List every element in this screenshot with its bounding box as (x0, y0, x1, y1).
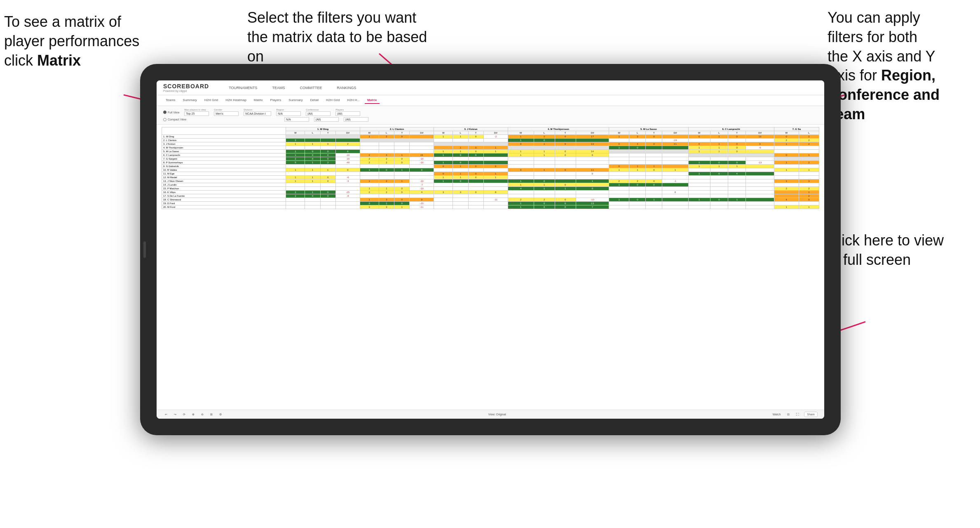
settings-btn[interactable]: ⚙ (218, 412, 223, 417)
cell-w: 1 (688, 150, 710, 153)
cell-w (434, 157, 453, 161)
watch-btn[interactable]: Watch (771, 412, 783, 417)
tab-h2h-grid2[interactable]: H2H Grid (324, 97, 342, 104)
minus-btn[interactable]: ⊖ (199, 412, 205, 417)
tab-players[interactable]: Players (268, 97, 284, 104)
tab-h2h-heatmap[interactable]: H2H Heatmap (223, 97, 249, 104)
view-full-radio[interactable]: Full View (163, 111, 179, 114)
cell-t (555, 194, 576, 198)
cell-t: 0 (728, 161, 746, 165)
sub-t6: T (728, 131, 746, 135)
cell-w: 0 (434, 165, 453, 168)
cell-l (710, 176, 728, 179)
cell-dif (746, 157, 774, 161)
players-select1[interactable]: (All) (335, 111, 360, 116)
fullscreen-btn[interactable]: ⛶ (795, 412, 801, 417)
division-select[interactable]: NCAA Division I (244, 111, 271, 116)
cell-l (710, 157, 728, 161)
grid-btn[interactable]: ⊟ (785, 412, 791, 417)
cell-w (286, 165, 305, 168)
players-select2[interactable]: (All) (344, 117, 368, 122)
cell-t: 0 (394, 202, 410, 205)
cell-l: 2 (799, 135, 819, 139)
cell-l: 1 (629, 165, 646, 168)
redo-btn[interactable]: ↪ (172, 412, 178, 417)
sub-t5: T (646, 131, 662, 135)
conference-select1[interactable]: (All) (306, 111, 331, 116)
gender-select[interactable]: Men's (214, 111, 239, 116)
tab-matrix[interactable]: Matrix (251, 97, 265, 104)
cell-w: 1 (508, 179, 534, 183)
cell-t (320, 139, 335, 142)
tablet-button[interactable] (143, 241, 146, 258)
cell-dif: -3 (335, 179, 360, 183)
cell-t: 1 (394, 168, 410, 172)
cell-l (534, 176, 555, 179)
table-row: 2. L Clanton210-2422 (162, 139, 819, 142)
cell-t (320, 205, 335, 209)
cell-dif: 1 (662, 168, 688, 172)
nav-tournaments[interactable]: TOURNAMENTS (225, 84, 260, 92)
cell-w (688, 176, 710, 179)
view-original-btn[interactable]: View: Original (487, 412, 508, 417)
cell-t (728, 179, 746, 183)
cell-t: 0 (468, 150, 483, 153)
nav-committee[interactable]: COMMITTEE (296, 84, 325, 92)
cell-t (468, 205, 483, 209)
cell-dif (483, 161, 508, 165)
table-row: 8. P Summerhays512-48220-1610100-1312 (162, 161, 819, 165)
self-cell (434, 142, 508, 146)
tab-summary2[interactable]: Summary (286, 97, 305, 104)
cell-w: 1 (286, 150, 305, 153)
max-players-select[interactable]: Top 25 (184, 111, 209, 116)
cell-t: 0 (468, 172, 483, 176)
cell-l (710, 183, 728, 187)
cell-w: 1 (286, 176, 305, 179)
conference-select2[interactable]: (All) (314, 117, 339, 122)
cell-w: 1 (360, 179, 379, 183)
cell-w (434, 183, 453, 187)
cell-dif: 11 (662, 142, 688, 146)
tab-matrix-active[interactable]: Matrix (365, 97, 380, 104)
cell-t (555, 139, 576, 142)
cell-dif: -16 (335, 153, 360, 157)
cell-w: 1 (434, 179, 453, 183)
cell-w (434, 168, 453, 172)
cell-dif: 6 (335, 150, 360, 153)
fit-btn[interactable]: ⊞ (209, 412, 214, 417)
cell-l (534, 157, 555, 161)
view-full-label: Full View (168, 111, 179, 114)
nav-teams[interactable]: TEAMS (269, 84, 288, 92)
undo-btn[interactable]: ↩ (163, 412, 169, 417)
tab-h2h-h[interactable]: H2H H... (345, 97, 362, 104)
cell-t (646, 205, 662, 209)
table-row: 1. W Ding120110-2120171300101302 (162, 135, 819, 139)
filter-players: Players (All) (335, 108, 360, 116)
cell-l (453, 187, 468, 191)
tab-teams[interactable]: Teams (163, 97, 178, 104)
annotation-tr-line3: the X axis and Y (828, 48, 935, 65)
region-select2[interactable]: N/A (284, 117, 309, 122)
nav-rankings[interactable]: RANKINGS (333, 84, 359, 92)
cell-t (394, 150, 410, 153)
player-name-cell: 16. K Vilips (162, 191, 286, 194)
region-select1[interactable]: N/A (276, 111, 301, 116)
cell-t (646, 187, 662, 191)
cell-t (728, 205, 746, 209)
cell-dif (662, 153, 688, 157)
zoom-btn[interactable]: ⊕ (190, 412, 196, 417)
share-btn[interactable]: Share (804, 412, 818, 417)
tab-detail[interactable]: Detail (308, 97, 321, 104)
cell-t (320, 172, 335, 176)
view-compact-radio[interactable]: Compact View (163, 118, 186, 121)
cell-t: 0 (468, 146, 483, 150)
cell-dif (335, 183, 360, 187)
tab-h2h-grid[interactable]: H2H Grid (202, 97, 220, 104)
annotation-line2: player performances (4, 33, 139, 50)
cell-dif (746, 172, 774, 176)
refresh-btn[interactable]: ⟳ (181, 412, 187, 417)
tab-summary[interactable]: Summary (181, 97, 199, 104)
cell-l: 2 (534, 135, 555, 139)
sub-l5: L (629, 131, 646, 135)
filter-region: Region N/A (276, 108, 301, 116)
